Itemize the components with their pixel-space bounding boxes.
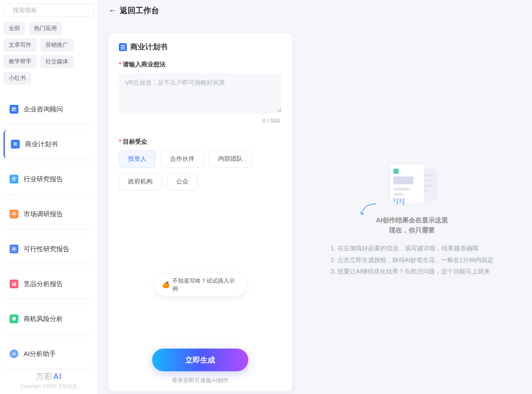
result-title: AI创作结果会在显示这里 xyxy=(330,216,494,225)
nav-item-feasibility[interactable]: 可行性研究报告 xyxy=(3,235,94,263)
sidebar: 全部 热门应用 文章写作 营销推广 教学帮手 社交媒体 小红书 企业咨询顾问 商… xyxy=(0,0,98,394)
form-panel: 商业计划书 *请输入商业想法 0 / 500 *目标受众 投资人 合作伙伴 内部… xyxy=(108,33,292,391)
audience-chip[interactable]: 内部团队 xyxy=(209,150,252,168)
shield-icon xyxy=(10,315,18,323)
copyright: Copyright ©2023 万彩信息 xyxy=(0,383,97,391)
tag-item[interactable]: 教学帮手 xyxy=(3,55,37,68)
nav-label: 企业咨询顾问 xyxy=(24,105,63,114)
nav-label: AI分析助手 xyxy=(24,350,56,358)
audience-chip[interactable]: 公众 xyxy=(167,173,198,190)
tag-item[interactable]: 全部 xyxy=(3,22,25,35)
svg-rect-13 xyxy=(13,214,15,215)
audience-chip[interactable]: 投资人 xyxy=(119,150,156,168)
nav-item-business-plan[interactable]: 商业计划书 xyxy=(3,130,94,158)
svg-text:AI: AI xyxy=(13,353,15,355)
footer-brand: 万彩AI Copyright ©2023 万彩信息 xyxy=(0,370,97,391)
nav-label: 可行性研究报告 xyxy=(24,245,70,253)
result-steps: 1. 在左侧填好必要的信息，填写越详细，结果越准确哦 2. 点击立即生成按钮，静… xyxy=(330,242,494,277)
audience-options: 投资人 合作伙伴 内部团队 政府机构 公众 xyxy=(119,150,282,190)
svg-rect-10 xyxy=(13,179,14,180)
tag-list: 全部 热门应用 文章写作 营销推广 教学帮手 社交媒体 小红书 xyxy=(3,22,94,85)
curve-arrow-icon xyxy=(360,203,377,216)
nav-item-market-research[interactable]: 市场调研报告 xyxy=(3,200,94,228)
nav-item-industry-report[interactable]: 行业研究报告 xyxy=(3,165,94,193)
svg-rect-16 xyxy=(13,249,15,250)
lightbulb-icon: 🍊 xyxy=(162,281,170,288)
main: ← 返回工作台 商业计划书 *请输入商业想法 0 / 500 *目标受众 xyxy=(98,0,532,394)
nav-list: 企业咨询顾问 商业计划书 行业研究报告 市场调研报告 可行性研究报告 竞品分析报… xyxy=(3,95,94,391)
svg-rect-15 xyxy=(13,248,15,249)
char-counter: 0 / 500 xyxy=(119,118,282,126)
tag-item[interactable]: 小红书 xyxy=(3,72,31,85)
consultant-icon xyxy=(10,105,18,114)
result-subtitle: 现在，你只需要 xyxy=(330,226,494,235)
nav-label: 市场调研报告 xyxy=(24,210,63,218)
back-to-workspace[interactable]: ← 返回工作台 xyxy=(98,0,532,21)
idea-label: *请输入商业想法 xyxy=(119,61,282,69)
nav-label: 商业计划书 xyxy=(25,140,58,149)
nav-item-risk[interactable]: 商机风险分析 xyxy=(3,305,94,333)
result-illustration xyxy=(386,164,438,207)
result-step: 3. 想要让AI继续优化结果？当然没问题，这个功能马上就来 xyxy=(330,266,494,277)
nav-item-consultant[interactable]: 企业咨询顾问 xyxy=(3,95,94,123)
nav-label: 行业研究报告 xyxy=(24,175,63,183)
panel-title: 商业计划书 xyxy=(119,42,282,52)
login-hint: 登录后即可体验AI创作 xyxy=(108,377,292,384)
audience-label: *目标受众 xyxy=(119,138,282,146)
svg-rect-2 xyxy=(11,107,17,112)
generate-button[interactable]: 立即生成 xyxy=(152,349,248,371)
nav-item-competitor[interactable]: 竞品分析报告 xyxy=(3,270,94,298)
svg-rect-4 xyxy=(12,110,14,111)
svg-rect-3 xyxy=(12,108,16,109)
tag-item[interactable]: 社交媒体 xyxy=(40,55,73,68)
result-step: 1. 在左侧填好必要的信息，填写越详细，结果越准确哦 xyxy=(330,242,494,254)
svg-rect-9 xyxy=(13,178,15,179)
chart-icon xyxy=(10,280,18,288)
tag-item[interactable]: 文章写作 xyxy=(3,38,37,52)
check-doc-icon xyxy=(10,245,18,253)
svg-rect-19 xyxy=(14,283,14,286)
result-panel: AI创作结果会在显示这里 现在，你只需要 1. 在左侧填好必要的信息，填写越详细… xyxy=(303,21,522,394)
nav-label: 竞品分析报告 xyxy=(24,280,63,288)
document-icon xyxy=(11,140,20,149)
svg-rect-18 xyxy=(12,284,13,286)
svg-rect-12 xyxy=(13,213,15,214)
clipboard-icon xyxy=(10,210,18,218)
back-label: 返回工作台 xyxy=(120,5,159,16)
audience-chip[interactable]: 政府机构 xyxy=(119,173,162,190)
search-input[interactable] xyxy=(13,7,89,14)
search-icon xyxy=(8,7,9,14)
svg-rect-20 xyxy=(15,283,16,286)
report-icon xyxy=(10,175,18,183)
tag-item[interactable]: 营销推广 xyxy=(40,38,73,52)
search-box[interactable] xyxy=(3,3,94,17)
nav-label: 商机风险分析 xyxy=(24,315,63,323)
svg-point-0 xyxy=(8,10,9,10)
result-step: 2. 点击立即生成按钮，静待AI妙笔生花，一般在1分钟内搞定 xyxy=(330,254,494,266)
tag-item[interactable]: 热门应用 xyxy=(29,22,62,35)
document-icon xyxy=(119,43,127,51)
svg-rect-6 xyxy=(14,143,17,144)
arrow-left-icon: ← xyxy=(108,6,116,15)
svg-rect-7 xyxy=(14,144,17,145)
idea-textarea[interactable] xyxy=(119,73,282,112)
audience-chip[interactable]: 合作伙伴 xyxy=(161,150,204,168)
ai-icon: AI xyxy=(10,349,18,358)
idea-textarea-wrap xyxy=(119,73,282,114)
nav-item-ai-assistant[interactable]: AI AI分析助手 xyxy=(3,340,94,368)
insert-example-hint[interactable]: 🍊 不知道写啥？试试插入示例 xyxy=(154,273,246,296)
